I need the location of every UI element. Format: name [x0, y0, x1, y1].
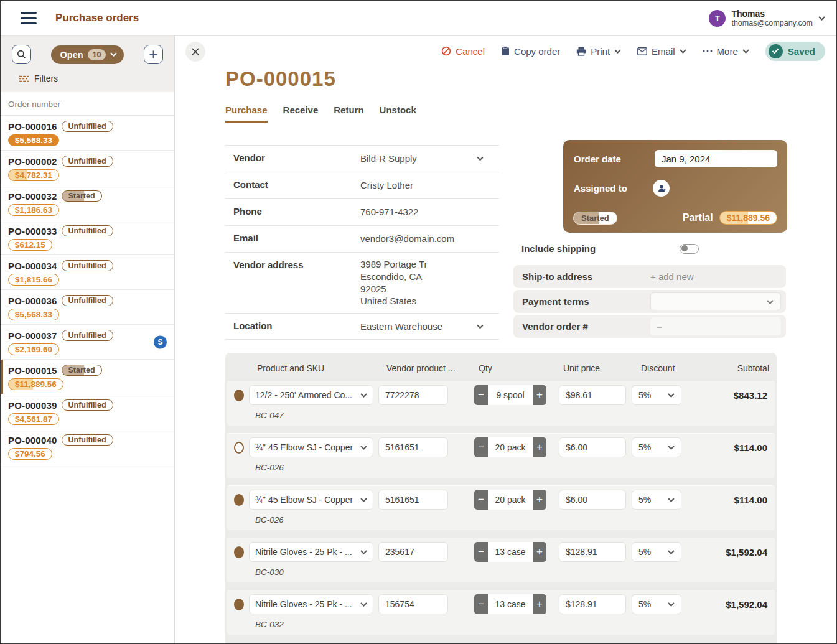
- copy-icon: [501, 46, 510, 56]
- order-list-item[interactable]: PO-000040Unfulfilled$794.56: [1, 429, 174, 464]
- order-list-item[interactable]: PO-000002Unfulfilled$4,782.31: [1, 151, 174, 185]
- chevron-down-icon: [668, 550, 675, 554]
- add-person-icon: [657, 184, 666, 192]
- hamburger-menu-icon[interactable]: [21, 12, 37, 24]
- close-button[interactable]: [185, 42, 205, 62]
- chevron-down-icon: [742, 49, 749, 54]
- location-select[interactable]: Eastern Warehouse: [360, 320, 442, 333]
- order-number: PO-000037: [8, 330, 57, 341]
- increase-qty-button[interactable]: +: [533, 385, 546, 405]
- tab-purchase[interactable]: Purchase: [225, 105, 268, 123]
- search-button[interactable]: [12, 45, 31, 64]
- discount-select[interactable]: 5%: [632, 542, 681, 562]
- order-list-item[interactable]: PO-000015Started$11,889.56: [1, 360, 174, 394]
- unit-price-input[interactable]: $6.00: [559, 490, 626, 510]
- vendor-product-code-input[interactable]: 235617: [378, 542, 448, 562]
- unit-price-input[interactable]: $128.91: [559, 542, 626, 562]
- ship-to-label: Ship-to address: [513, 271, 592, 282]
- item-sku: BC-047: [255, 411, 284, 420]
- email-button[interactable]: Email: [637, 46, 686, 57]
- increase-qty-button[interactable]: +: [533, 594, 546, 614]
- vendor-select[interactable]: Bild-R Supply: [360, 152, 417, 165]
- discount-select[interactable]: 5%: [632, 594, 681, 614]
- saved-status-button[interactable]: Saved: [765, 42, 825, 61]
- vendor-field-row[interactable]: Vendor Bild-R Supply: [225, 145, 499, 172]
- increase-qty-button[interactable]: +: [533, 437, 546, 457]
- product-select[interactable]: ¾'' 45 Elbow SJ - Copper: [249, 437, 373, 457]
- unit-price-input[interactable]: $128.91: [559, 594, 626, 614]
- order-list-item[interactable]: PO-000032Started$1,186.63: [1, 185, 174, 220]
- copy-order-button[interactable]: Copy order: [501, 46, 560, 57]
- filters-button[interactable]: Filters: [19, 73, 163, 83]
- quantity-stepper: −13 case+: [474, 542, 546, 562]
- item-sku: BC-030: [255, 567, 284, 577]
- quantity-input[interactable]: 20 pack: [488, 490, 533, 510]
- order-list-item[interactable]: PO-000034Unfulfilled$1,815.66: [1, 255, 174, 290]
- chevron-down-icon: [360, 393, 367, 398]
- quantity-input[interactable]: 13 case: [488, 594, 533, 614]
- product-select[interactable]: Nitrile Gloves - 25 Pk - ...: [249, 542, 373, 562]
- increase-qty-button[interactable]: +: [533, 490, 546, 510]
- decrease-qty-button[interactable]: −: [474, 594, 488, 614]
- product-select[interactable]: 12/2 - 250' Armored Co...: [249, 385, 373, 405]
- decrease-qty-button[interactable]: −: [474, 490, 488, 510]
- item-sku: BC-026: [255, 463, 284, 472]
- order-amount-badge: $4,561.87: [8, 413, 59, 425]
- vendor-product-code-input[interactable]: 156754: [378, 594, 448, 614]
- add-ship-to-address-link[interactable]: + add new: [650, 271, 694, 282]
- vendor-order-input[interactable]: –: [650, 317, 781, 335]
- tab-receive[interactable]: Receive: [283, 105, 319, 123]
- order-status-badge: Unfulfilled: [62, 434, 113, 446]
- product-select[interactable]: Nitrile Gloves - 25 Pk - ...: [249, 594, 373, 614]
- unit-price-input[interactable]: $6.00: [559, 437, 626, 457]
- cancel-order-button[interactable]: Cancel: [441, 46, 485, 57]
- order-status-badge: Unfulfilled: [62, 121, 113, 132]
- order-number: PO-000034: [8, 261, 57, 271]
- discount-select[interactable]: 5%: [632, 385, 681, 405]
- line-item-row: ¾'' 45 Elbow SJ - Copper5161651−20 pack+…: [227, 433, 775, 478]
- user-menu[interactable]: T Thomas thomas@company.com: [709, 1, 825, 36]
- quantity-input[interactable]: 9 spool: [488, 385, 533, 405]
- add-order-button[interactable]: [144, 45, 163, 64]
- decrease-qty-button[interactable]: −: [474, 542, 488, 562]
- unit-price-input[interactable]: $98.61: [559, 385, 626, 405]
- product-name: Nitrile Gloves - 25 Pk - ...: [255, 599, 352, 609]
- decrease-qty-button[interactable]: −: [474, 385, 488, 405]
- header-product: Product and SKU: [257, 363, 386, 373]
- discount-select[interactable]: 5%: [632, 490, 681, 510]
- order-date-input[interactable]: Jan 9, 2024: [655, 150, 777, 167]
- chevron-down-icon: [360, 498, 367, 502]
- line-item-row: Nitrile Gloves - 25 Pk - ...235617−13 ca…: [227, 538, 775, 582]
- vendor-product-code-input[interactable]: 7722278: [378, 385, 448, 405]
- print-button[interactable]: Print: [576, 46, 621, 57]
- header-qty: Qty: [479, 363, 563, 373]
- assign-user-button[interactable]: [653, 180, 670, 197]
- order-list-item[interactable]: PO-000016Unfulfilled$5,568.33: [1, 116, 174, 151]
- order-status-badge: Unfulfilled: [62, 330, 113, 341]
- vendor-product-code-input[interactable]: 5161651: [378, 490, 448, 510]
- page-title: Purchase orders: [55, 12, 139, 24]
- assignee-avatar: S: [154, 335, 167, 348]
- filters-label: Filters: [34, 73, 58, 83]
- increase-qty-button[interactable]: +: [533, 542, 546, 562]
- order-number: PO-000039: [8, 400, 57, 411]
- order-list-item[interactable]: PO-000036Unfulfilled$5,568.33: [1, 290, 174, 325]
- include-shipping-toggle[interactable]: [680, 244, 699, 254]
- location-field-row[interactable]: Location Eastern Warehouse: [225, 313, 499, 340]
- product-select[interactable]: ¾'' 45 Elbow SJ - Copper: [249, 490, 373, 510]
- quantity-input[interactable]: 13 case: [488, 542, 533, 562]
- quantity-input[interactable]: 20 pack: [488, 437, 533, 457]
- discount-select[interactable]: 5%: [632, 437, 681, 457]
- order-list-item[interactable]: PO-000039Unfulfilled$4,561.87: [1, 394, 174, 429]
- status-filter-dropdown[interactable]: Open 10: [51, 45, 124, 64]
- payment-terms-select[interactable]: [650, 292, 781, 310]
- more-button[interactable]: More: [703, 46, 749, 57]
- chevron-down-icon: [668, 602, 675, 607]
- decrease-qty-button[interactable]: −: [474, 437, 488, 457]
- order-list-item[interactable]: PO-000033Unfulfilled$612.15: [1, 220, 174, 255]
- order-list-item[interactable]: PO-000037Unfulfilled$2,169.60S: [1, 325, 174, 360]
- line-subtotal: $114.00: [681, 495, 775, 505]
- tab-unstock[interactable]: Unstock: [380, 105, 416, 123]
- vendor-product-code-input[interactable]: 5161651: [378, 437, 448, 457]
- tab-return[interactable]: Return: [334, 105, 363, 123]
